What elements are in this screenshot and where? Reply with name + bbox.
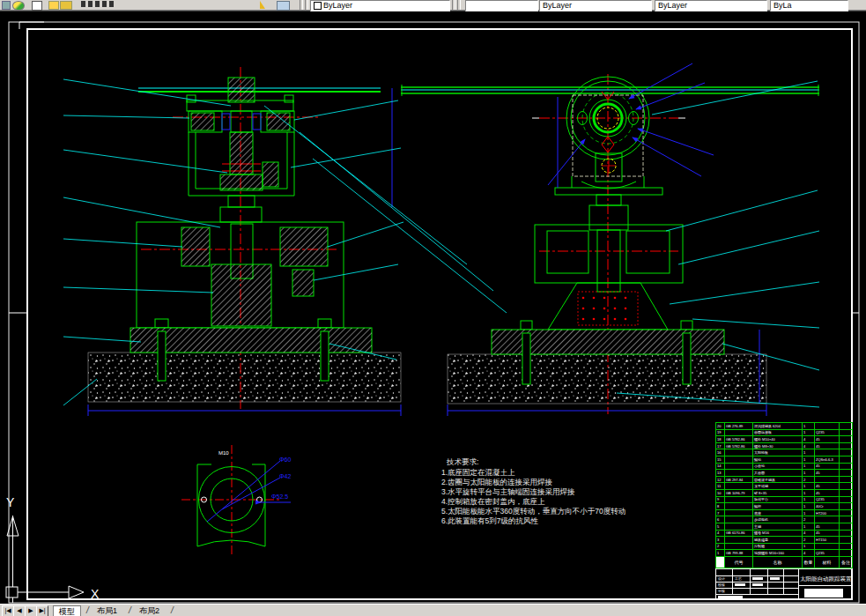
ucs-y-label: Y <box>6 495 15 509</box>
bom-header-mat: 材料 <box>815 557 840 568</box>
lineweight-combo[interactable]: ByLayer <box>655 0 767 11</box>
bom-row: 17GB 5782-86螺栓 M8×30445 <box>716 442 853 449</box>
title-block-filled-cell <box>804 589 843 597</box>
bom-row: 12GB 297-84圆锥滚子轴承2 <box>716 476 853 483</box>
tech-item-2: 2.齿圈与太阳能板的连接采用焊接 <box>441 478 553 486</box>
toolbar-text-fragment <box>81 1 116 7</box>
title-field-3: 审核 <box>718 589 725 594</box>
layer-combo[interactable]: ByLayer <box>310 0 450 11</box>
bom-row: 9旋转平台1Q235 <box>716 496 853 503</box>
globe-icon[interactable] <box>12 1 25 11</box>
flange-bolt-dots <box>582 297 627 321</box>
bom-header-note: 备注 <box>840 557 853 568</box>
tech-title: 技术要求: <box>446 457 478 466</box>
front-view <box>63 67 507 416</box>
tech-item-6: 6.此装置能有5到7级的抗风性 <box>441 516 539 525</box>
side-view <box>401 63 819 416</box>
folder-icon[interactable] <box>48 1 59 10</box>
layer-color-swatch <box>314 2 322 10</box>
tab-separator: / <box>86 605 89 615</box>
bom-header-qty: 数量 <box>803 557 815 568</box>
detail-dim-2: Φ42 <box>279 473 291 479</box>
bom-row: 10GB 1096-79键 8×35145 <box>716 489 853 496</box>
layer-combo-value: ByLayer <box>323 1 352 10</box>
bom-row: 5主轴145 <box>716 523 853 530</box>
tab-separator: / <box>129 605 131 615</box>
bom-row: 15蜗轮1ZQSn6-6-3 <box>716 456 853 463</box>
title-field-4: 工艺 <box>735 576 742 582</box>
bom-header-seq: 序号 <box>716 557 725 568</box>
ucs-icon: Y X <box>6 495 100 603</box>
bom-row: 16太阳能板1 <box>716 449 853 456</box>
tech-item-5: 5.太阳能板能水平360度转动，垂直方向不小于70度转动 <box>441 507 625 516</box>
bom-body: 20GB 276-89深沟球轴承 6204119齿圈连接板1Q23518GB 5… <box>716 423 853 557</box>
title-block: 设计 校核 审核 工艺 太阳能自动跟踪装置 <box>715 568 853 600</box>
bom-header-row: 序号 代号 名称 数量 材料 备注 <box>716 557 853 568</box>
bom-row: 2控制箱1 <box>716 543 853 550</box>
bom-row: 6步进电机2 <box>716 516 853 523</box>
bom-row: 20GB 276-89深沟球轴承 62041 <box>716 423 853 430</box>
linetype-combo[interactable]: ByLayer <box>539 0 652 11</box>
detail-view: M10 Φ60 Φ42 Φ52.5 <box>181 445 291 557</box>
bom-row: 19齿圈连接板1Q235 <box>716 429 853 436</box>
detail-dim-1: Φ60 <box>279 456 291 463</box>
bom-header-name: 名称 <box>753 557 803 568</box>
bom-row: 3轴承端盖2HT150 <box>716 537 853 544</box>
title-field-1: 设计 <box>718 576 725 582</box>
color-combo[interactable] <box>465 0 538 11</box>
tech-requirements: 技术要求: 1.底座固定在混凝土上 2.齿圈与太阳能板的连接采用焊接 3.水平旋… <box>441 457 625 525</box>
bom-row: 1GB 799-88地脚螺栓 M16×1604Q235 <box>716 550 853 557</box>
page-icon[interactable] <box>32 1 42 11</box>
bom-row: 11水平转轴145 <box>716 483 853 490</box>
lineweight-combo-value: ByLayer <box>658 1 687 10</box>
tab-first-button[interactable]: |◀ <box>2 605 14 616</box>
tab-separator: / <box>171 605 174 615</box>
pointer-icon[interactable] <box>260 1 265 9</box>
tab-layout2[interactable]: 布局2 <box>134 605 165 616</box>
tab-model[interactable]: 模型 <box>53 605 81 616</box>
layout-tab-bar: |◀ ◀ ▶ ▶| 模型 / 布局1 / 布局2 / <box>0 604 866 616</box>
cube-icon[interactable] <box>277 1 290 11</box>
bom-row: 7底座1HT200 <box>716 509 853 516</box>
tab-last-button[interactable]: ▶| <box>36 605 48 616</box>
tab-previous-button[interactable]: ◀ <box>13 605 26 616</box>
properties-icon[interactable] <box>2 1 11 10</box>
bom-header-code: 代号 <box>725 557 753 568</box>
tab-layout1[interactable]: 布局1 <box>92 605 122 616</box>
bom-table: 20GB 276-89深沟球轴承 6204119齿圈连接板1Q23518GB 5… <box>715 422 853 568</box>
detail-dim-3: Φ52.5 <box>271 494 288 500</box>
linetype-combo-value: ByLayer <box>543 1 572 10</box>
bom-row: 4GB 6170-86螺母 M16445 <box>716 530 853 537</box>
detail-thread-label: M10 <box>218 450 229 456</box>
bom-row: 14小齿轮145 <box>716 463 853 470</box>
tech-item-4: 4.控制箱放在密封盖内，底座上 <box>441 497 545 506</box>
tech-item-3: 3.水平旋转平台与主轴端固连接采用焊接 <box>441 487 575 496</box>
layers-icon[interactable] <box>60 1 72 10</box>
plotstyle-combo[interactable]: ByLa <box>770 0 848 11</box>
bom-row: 13大齿圈145 <box>716 470 853 477</box>
plotstyle-combo-value: ByLa <box>773 1 792 10</box>
bom-row: 18GB 5782-86螺栓 M10×40445 <box>716 436 853 443</box>
tech-item-1: 1.底座固定在混凝土上 <box>441 468 515 477</box>
title-field-2: 校核 <box>718 583 725 588</box>
tab-next-button[interactable]: ▶ <box>25 605 37 616</box>
toolbar: ByLayer ByLayer ByLayer ByLa <box>0 0 866 11</box>
drawing-title: 太阳能自动跟踪装置 <box>800 575 851 583</box>
cad-window: { "toolbar": { "combos": { "layer": "ByL… <box>0 0 866 616</box>
bom-row: 8蜗杆140Cr <box>716 503 853 510</box>
ucs-x-label: X <box>91 587 100 601</box>
